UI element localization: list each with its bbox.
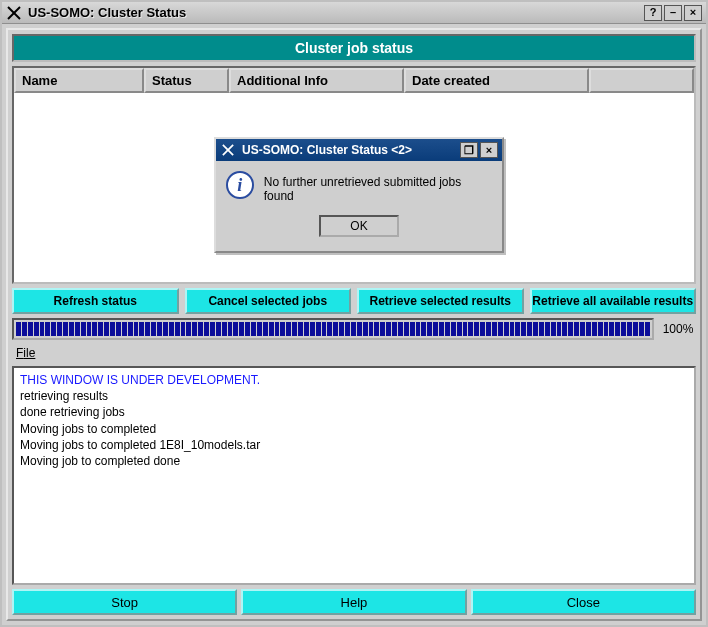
progress-segment <box>463 322 468 336</box>
stop-button[interactable]: Stop <box>12 589 237 615</box>
dialog-close-button[interactable]: × <box>480 142 498 158</box>
progress-segment <box>504 322 509 336</box>
log-line: done retrieving jobs <box>20 404 688 420</box>
main-titlebar[interactable]: US-SOMO: Cluster Status ? – × <box>2 2 706 24</box>
progress-segment <box>104 322 109 336</box>
progress-segment <box>298 322 303 336</box>
progress-segment <box>69 322 74 336</box>
progress-segment <box>245 322 250 336</box>
col-spacer <box>589 68 694 93</box>
close-button-bottom[interactable]: Close <box>471 589 696 615</box>
progress-segment <box>474 322 479 336</box>
progress-row: 100% <box>12 318 696 340</box>
main-window: US-SOMO: Cluster Status ? – × Cluster jo… <box>0 0 708 627</box>
progress-segment <box>222 322 227 336</box>
progress-segment <box>527 322 532 336</box>
progress-segment <box>498 322 503 336</box>
progress-segment <box>40 322 45 336</box>
progress-segment <box>128 322 133 336</box>
progress-segment <box>580 322 585 336</box>
progress-segment <box>351 322 356 336</box>
progress-segment <box>216 322 221 336</box>
progress-segment <box>416 322 421 336</box>
page-header: Cluster job status <box>12 34 696 62</box>
info-dialog-message: No further unretrieved submitted jobs fo… <box>264 171 492 203</box>
col-name[interactable]: Name <box>14 68 144 93</box>
progress-segment <box>304 322 309 336</box>
progress-segment <box>369 322 374 336</box>
retrieve-selected-button[interactable]: Retrieve selected results <box>357 288 524 314</box>
progress-segment <box>263 322 268 336</box>
progress-segment <box>210 322 215 336</box>
progress-segment <box>75 322 80 336</box>
progress-segment <box>204 322 209 336</box>
info-dialog-titlebar[interactable]: US-SOMO: Cluster Status <2> ❐ × <box>216 139 502 161</box>
progress-segment <box>145 322 150 336</box>
progress-segment <box>486 322 491 336</box>
progress-segment <box>233 322 238 336</box>
progress-segment <box>363 322 368 336</box>
progress-segment <box>398 322 403 336</box>
progress-segment <box>457 322 462 336</box>
progress-bar <box>12 318 654 340</box>
progress-segment <box>327 322 332 336</box>
progress-segment <box>433 322 438 336</box>
progress-segment <box>257 322 262 336</box>
progress-segment <box>269 322 274 336</box>
dialog-restore-button[interactable]: ❐ <box>460 142 478 158</box>
progress-segment <box>545 322 550 336</box>
close-button[interactable]: × <box>684 5 702 21</box>
col-date[interactable]: Date created <box>404 68 589 93</box>
progress-segment <box>633 322 638 336</box>
help-button-bottom[interactable]: Help <box>241 589 466 615</box>
refresh-status-button[interactable]: Refresh status <box>12 288 179 314</box>
file-menu[interactable]: File <box>12 344 696 362</box>
col-info[interactable]: Additional Info <box>229 68 404 93</box>
progress-segment <box>57 322 62 336</box>
progress-segment <box>386 322 391 336</box>
cancel-selected-button[interactable]: Cancel selected jobs <box>185 288 352 314</box>
progress-segment <box>609 322 614 336</box>
progress-segment <box>521 322 526 336</box>
dialog-tb-buttons: ❐ × <box>460 142 498 158</box>
jobs-table: Name Status Additional Info Date created… <box>12 66 696 284</box>
progress-segment <box>480 322 485 336</box>
progress-segment <box>539 322 544 336</box>
progress-segment <box>445 322 450 336</box>
progress-segment <box>322 322 327 336</box>
page-header-label: Cluster job status <box>295 40 413 56</box>
ok-button[interactable]: OK <box>319 215 399 237</box>
progress-segment <box>34 322 39 336</box>
progress-segment <box>280 322 285 336</box>
progress-segment <box>181 322 186 336</box>
minimize-button[interactable]: – <box>664 5 682 21</box>
progress-segment <box>339 322 344 336</box>
progress-segment <box>592 322 597 336</box>
progress-segment <box>345 322 350 336</box>
progress-segment <box>310 322 315 336</box>
progress-segment <box>110 322 115 336</box>
progress-segment <box>468 322 473 336</box>
help-button[interactable]: ? <box>644 5 662 21</box>
progress-segment <box>374 322 379 336</box>
main-title: US-SOMO: Cluster Status <box>28 5 638 20</box>
progress-segment <box>316 322 321 336</box>
progress-segment <box>186 322 191 336</box>
progress-segment <box>639 322 644 336</box>
progress-segment <box>551 322 556 336</box>
progress-segment <box>134 322 139 336</box>
progress-segment <box>175 322 180 336</box>
progress-segment <box>275 322 280 336</box>
progress-segment <box>92 322 97 336</box>
jobs-table-body: US-SOMO: Cluster Status <2> ❐ × i No fur… <box>14 93 694 282</box>
progress-segment <box>562 322 567 336</box>
retrieve-all-button[interactable]: Retrieve all available results <box>530 288 697 314</box>
progress-percent: 100% <box>660 322 696 336</box>
progress-segment <box>615 322 620 336</box>
progress-segment <box>63 322 68 336</box>
log-output[interactable]: THIS WINDOW IS UNDER DEVELOPMENT.retriev… <box>12 366 696 585</box>
col-status[interactable]: Status <box>144 68 229 93</box>
progress-segment <box>51 322 56 336</box>
progress-segment <box>410 322 415 336</box>
progress-segment <box>357 322 362 336</box>
